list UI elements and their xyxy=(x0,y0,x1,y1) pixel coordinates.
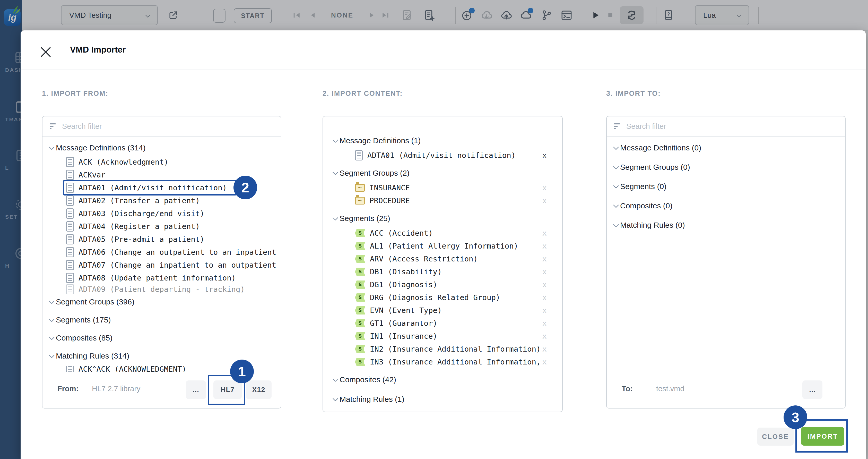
x12-button[interactable]: X12 xyxy=(246,380,272,399)
tree-item-label: DG1 (Diagnosis) xyxy=(370,280,437,289)
tree-item-label: ADTA07 (Change an inpatient to an outpat… xyxy=(79,261,276,269)
search-input[interactable] xyxy=(626,122,838,131)
tree-item-label: ADTA03 (Discharge/end visit) xyxy=(79,209,205,218)
hl7-button[interactable]: HL7 xyxy=(213,380,242,399)
tree-row[interactable]: Segments (175) x xyxy=(42,312,281,327)
step-badge-1: 1 xyxy=(230,360,254,383)
tree-item-label: Segment Groups (2) xyxy=(340,169,409,177)
remove-icon[interactable]: x xyxy=(542,229,547,237)
from-tree: Message Definitions (314) x ACK (Acknowl… xyxy=(42,137,281,372)
remove-icon[interactable]: x xyxy=(542,357,547,366)
tree-row[interactable]: Segment Groups (2) x xyxy=(323,165,562,181)
tree-item-label: Matching Rules (314) xyxy=(56,352,129,360)
tree-row[interactable]: DRG (Diagnosis Related Group) x xyxy=(323,291,562,304)
remove-icon[interactable]: x xyxy=(542,267,547,276)
tree-item-label: Segments (175) xyxy=(56,316,111,324)
tree-row[interactable]: Segment Groups (0) x xyxy=(607,160,845,175)
tree-item-label: Matching Rules (0) xyxy=(620,221,685,229)
tree-row[interactable]: ADTA07 (Change an inpatient to an outpat… xyxy=(42,259,281,271)
tree-row[interactable]: ADTA05 (Pre-admit a patient) x xyxy=(42,233,281,246)
remove-icon[interactable]: x xyxy=(542,332,547,341)
tree-item-label: IN1 (Insurance) xyxy=(370,332,437,341)
tree-row[interactable]: DB1 (Disability) x xyxy=(323,265,562,278)
dialog-header: VMD Importer xyxy=(21,30,866,70)
remove-icon[interactable]: x xyxy=(542,306,547,315)
segment-group-folder-icon xyxy=(355,197,365,204)
tree-row[interactable]: ADTA08 (Update patient information) x xyxy=(42,271,281,284)
tree-row[interactable]: PROCEDURE x xyxy=(323,194,562,207)
tree-row[interactable]: ADTA04 (Register a patient) x xyxy=(42,220,281,233)
tree-row[interactable]: GT1 (Guarantor) x xyxy=(323,317,562,330)
tree-row[interactable]: IN2 (Insurance Additional Information) x xyxy=(323,343,562,355)
to-target-value: test.vmd xyxy=(656,384,684,393)
close-icon[interactable] xyxy=(39,45,53,59)
remove-icon[interactable]: x xyxy=(542,241,547,250)
step-badge-3: 3 xyxy=(783,405,807,429)
dialog-title: VMD Importer xyxy=(70,45,126,55)
tree-row[interactable]: DG1 (Diagnosis) x xyxy=(323,278,562,291)
segment-icon xyxy=(355,229,365,237)
tree-row[interactable]: Segments (0) x xyxy=(607,179,845,194)
filter-icon xyxy=(614,123,620,129)
tree-item-label: ADTA01 (Admit/visit notification) xyxy=(367,151,516,160)
tree-item-label: Message Definitions (1) xyxy=(340,136,421,145)
tree-item-label: ADTA02 (Transfer a patient) xyxy=(79,196,200,205)
tree-row[interactable]: Message Definitions (1) x xyxy=(323,133,562,149)
browse-library-button[interactable]: ... xyxy=(186,380,206,399)
tree-row[interactable]: Composites (0) x xyxy=(607,198,845,213)
tree-row[interactable]: ACC (Accident) x xyxy=(323,227,562,239)
remove-icon[interactable]: x xyxy=(542,183,547,192)
document-icon xyxy=(66,284,74,294)
tree-row[interactable]: Message Definitions (314) x xyxy=(42,140,281,155)
document-icon xyxy=(66,234,74,245)
tree-row[interactable]: ADTA01 (Admit/visit notification) x xyxy=(323,149,562,162)
tree-item-label: EVN (Event Type) xyxy=(370,306,442,315)
remove-icon[interactable]: x xyxy=(542,345,547,353)
tree-row[interactable]: IN3 (Insurance Additional Information, x xyxy=(323,355,562,368)
tree-item-label: GT1 (Guarantor) xyxy=(370,319,437,327)
tree-item-label: Matching Rules (1) xyxy=(340,395,404,404)
tree-row[interactable]: INSURANCE x xyxy=(323,181,562,194)
document-icon xyxy=(66,170,74,180)
step-badge-2: 2 xyxy=(234,176,257,199)
remove-icon[interactable]: x xyxy=(542,293,547,302)
document-icon xyxy=(66,366,74,372)
import-button[interactable]: IMPORT xyxy=(801,427,844,446)
import-content-panel: Message Definitions (1) x ADTA01 (Admit/… xyxy=(322,116,563,412)
tree-row[interactable]: Segments (25) x xyxy=(323,210,562,227)
tree-item-label: DB1 (Disability) xyxy=(370,267,442,276)
browse-target-button[interactable]: ... xyxy=(802,380,823,399)
tree-item-label: ACKvar xyxy=(79,171,105,179)
tree-item-label: ACK^ACK (ACKNOWLEDGMENT) xyxy=(79,366,186,372)
tree-row[interactable]: Matching Rules (0) x xyxy=(607,218,845,233)
tree-row[interactable]: Matching Rules (1) x xyxy=(323,391,562,407)
vmd-importer-dialog: VMD Importer 1. IMPORT FROM: 2. IMPORT C… xyxy=(21,30,866,459)
tree-row[interactable]: Composites (42) x xyxy=(323,371,562,388)
tree-row[interactable]: ADTA03 (Discharge/end visit) x xyxy=(42,207,281,220)
tree-row[interactable]: ADTA09 (Patient departing - tracking) x xyxy=(42,284,281,294)
tree-item-label: ADTA04 (Register a patient) xyxy=(79,222,200,231)
document-icon xyxy=(66,247,74,257)
tree-row[interactable]: Composites (85) x xyxy=(42,330,281,346)
tree-row[interactable]: Segment Groups (396) x xyxy=(42,294,281,310)
close-button[interactable]: CLOSE xyxy=(757,428,794,446)
segment-icon xyxy=(355,281,365,289)
tree-row[interactable]: ACK (Acknowledgment) x xyxy=(42,155,281,168)
remove-icon[interactable]: x xyxy=(542,280,547,289)
remove-icon[interactable]: x xyxy=(542,151,547,160)
tree-row[interactable]: Message Definitions (0) x xyxy=(607,140,845,155)
tree-row[interactable]: EVN (Event Type) x xyxy=(323,304,562,317)
remove-icon[interactable]: x xyxy=(542,196,547,205)
tree-row[interactable]: ADTA06 (Change an outpatient to an inpat… xyxy=(42,246,281,259)
tree-row[interactable]: AL1 (Patient Allergy Information) x xyxy=(323,239,562,252)
search-input[interactable] xyxy=(62,122,274,131)
tree-item-label: Message Definitions (0) xyxy=(620,143,701,152)
segment-icon xyxy=(355,332,365,340)
document-icon xyxy=(66,260,74,270)
tree-row[interactable]: ARV (Access Restriction) x xyxy=(323,252,562,265)
remove-icon[interactable]: x xyxy=(542,255,547,263)
tree-row[interactable]: IN1 (Insurance) x xyxy=(323,330,562,343)
remove-icon[interactable]: x xyxy=(542,319,547,327)
content-tree: Message Definitions (1) x ADTA01 (Admit/… xyxy=(323,116,562,411)
to-tree: Message Definitions (0) x Segment Groups… xyxy=(607,137,845,372)
